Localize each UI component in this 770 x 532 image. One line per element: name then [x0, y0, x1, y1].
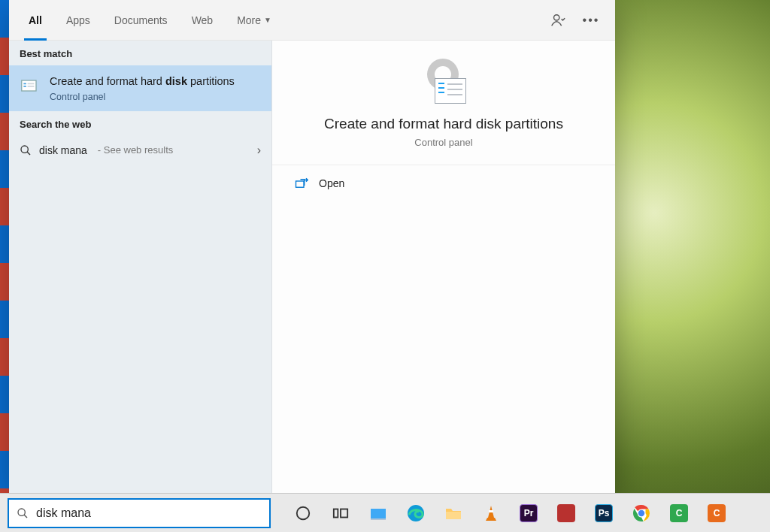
- chevron-right-icon: ›: [257, 144, 261, 157]
- svg-point-6: [21, 146, 28, 153]
- start-search-panel: All Apps Documents Web More ▼ ••• Best m…: [9, 0, 615, 493]
- search-icon: [20, 144, 32, 156]
- svg-point-0: [554, 14, 559, 20]
- svg-point-9: [18, 509, 25, 515]
- best-match-result[interactable]: Create and format hard disk partitions C…: [9, 65, 271, 111]
- ellipsis-icon: •••: [583, 14, 600, 27]
- disk-management-large-icon: [414, 59, 474, 111]
- tab-label: Web: [192, 14, 214, 26]
- svg-rect-3: [23, 86, 26, 87]
- svg-rect-2: [23, 83, 26, 85]
- camtasia-green-icon[interactable]: C: [668, 502, 690, 524]
- c-label: C: [714, 508, 720, 518]
- search-panel-body: Best match Create and format hard disk p…: [9, 41, 615, 493]
- svg-line-7: [27, 152, 30, 155]
- web-search-result[interactable]: disk mana - See web results ›: [9, 136, 271, 165]
- tab-label: Apps: [66, 14, 90, 26]
- disk-partition-icon: [20, 74, 42, 97]
- best-match-text: Create and format hard disk partitions C…: [50, 74, 235, 102]
- svg-rect-8: [296, 181, 305, 187]
- open-label: Open: [319, 177, 344, 189]
- svg-rect-4: [28, 83, 35, 85]
- premiere-pro-icon[interactable]: Pr: [517, 502, 540, 524]
- search-results-column: Best match Create and format hard disk p…: [9, 41, 272, 493]
- chrome-icon[interactable]: [630, 502, 653, 524]
- edge-browser-icon[interactable]: [405, 502, 427, 524]
- svg-rect-5: [28, 86, 35, 87]
- taskbar-icons: Pr Ps C C: [292, 502, 728, 524]
- title-pre: Create and format hard: [50, 75, 165, 87]
- title-bold: disk: [165, 75, 187, 87]
- result-preview-column: Create and format hard disk partitions C…: [272, 41, 615, 493]
- vlc-icon[interactable]: [480, 502, 502, 524]
- svg-rect-15: [371, 518, 386, 520]
- file-explorer-blue-icon[interactable]: [367, 502, 390, 524]
- taskbar: Pr Ps C C: [0, 493, 770, 532]
- search-input[interactable]: [36, 506, 262, 520]
- title-post: partitions: [187, 75, 235, 87]
- tab-apps[interactable]: Apps: [56, 0, 101, 41]
- best-match-subtitle: Control panel: [50, 92, 235, 102]
- task-view-icon[interactable]: [329, 502, 352, 524]
- left-edge-strip: [0, 0, 9, 493]
- ps-label: Ps: [599, 508, 610, 518]
- account-icon[interactable]: [543, 5, 573, 35]
- tab-label: All: [29, 14, 42, 26]
- svg-rect-13: [341, 509, 347, 517]
- svg-rect-17: [446, 512, 461, 519]
- svg-line-10: [24, 515, 27, 518]
- preview-title: Create and format hard disk partitions: [295, 116, 593, 132]
- svg-rect-14: [371, 509, 386, 518]
- taskbar-search-box[interactable]: [8, 498, 271, 528]
- tab-label: Documents: [114, 14, 168, 26]
- best-match-title: Create and format hard disk partitions: [50, 74, 235, 89]
- tab-documents[interactable]: Documents: [104, 0, 178, 41]
- caret-down-icon: ▼: [264, 16, 271, 24]
- search-web-header: Search the web: [9, 111, 271, 136]
- photoshop-icon[interactable]: Ps: [593, 502, 615, 524]
- open-action[interactable]: Open: [272, 165, 615, 201]
- c-label: C: [676, 508, 683, 518]
- svg-rect-18: [489, 510, 493, 512]
- file-explorer-icon[interactable]: [442, 502, 465, 524]
- more-options-button[interactable]: •••: [576, 5, 606, 35]
- tab-all[interactable]: All: [18, 0, 53, 41]
- search-icon: [17, 507, 29, 519]
- web-query-label: disk mana: [39, 144, 87, 156]
- pr-label: Pr: [524, 508, 534, 518]
- preview-header: Create and format hard disk partitions C…: [272, 41, 615, 165]
- camtasia-orange-icon[interactable]: C: [705, 502, 728, 524]
- tab-more[interactable]: More ▼: [226, 0, 282, 41]
- svg-point-20: [638, 509, 644, 515]
- svg-rect-12: [334, 509, 338, 517]
- cortana-icon[interactable]: [292, 502, 314, 524]
- preview-subtitle: Control panel: [295, 137, 593, 148]
- tab-label: More: [237, 14, 261, 26]
- red-app-icon[interactable]: [555, 502, 578, 524]
- search-tab-bar: All Apps Documents Web More ▼ •••: [9, 0, 615, 41]
- web-hint-label: - See web results: [98, 144, 173, 156]
- tab-web[interactable]: Web: [181, 0, 224, 41]
- best-match-header: Best match: [9, 41, 271, 65]
- open-icon: [295, 177, 308, 189]
- svg-point-11: [297, 506, 310, 519]
